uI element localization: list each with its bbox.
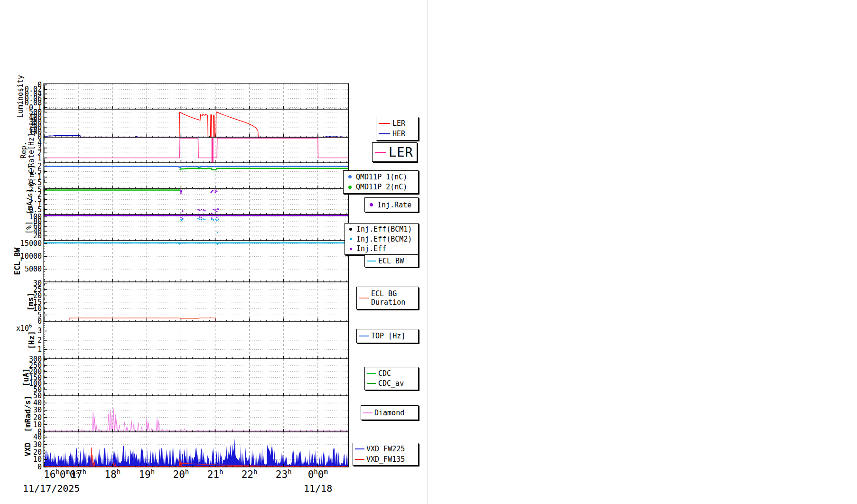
panel-injeff: 10080604020[%] xyxy=(25,213,349,241)
legend-label-line2: Duration xyxy=(371,298,405,307)
legend-big-ler: LER xyxy=(372,142,417,162)
legend-item-top: TOP [Hz] xyxy=(357,332,418,340)
top-line-swatch xyxy=(359,336,369,336)
legend-item-inj-rate: Inj.Rate xyxy=(365,201,418,209)
legend-item-cdc-av: CDC_av xyxy=(365,379,418,388)
svg-text:Rate[Hz]: Rate[Hz] xyxy=(27,133,36,167)
inj-rate-dot-marker xyxy=(370,203,373,206)
legend-item-vxd-fw225: VXD_FW225 xyxy=(353,445,418,453)
legend-label: CDC_av xyxy=(378,379,404,388)
legend-label: Inj.Eff(BCM1) xyxy=(356,225,412,233)
legend-label: QMD11P_1(nC) xyxy=(356,173,407,181)
her-line-swatch xyxy=(379,133,390,134)
svg-text:[uA]: [uA] xyxy=(21,368,30,387)
svg-text:2: 2 xyxy=(37,336,42,345)
legend-item-qmd2: QMD11P_2(nC) xyxy=(344,183,418,191)
legend-label: VXD_FW135 xyxy=(366,455,405,464)
panel-charge: 21.510.5Q[nC] xyxy=(28,162,349,188)
panel-current: 5004003002001000I[mA] xyxy=(29,108,349,141)
panel-eclbw: 15000100005000ECL_BW xyxy=(13,239,349,282)
legend-item-big-ler: LER xyxy=(373,145,417,159)
inj-eff-bcm1-dot-marker xyxy=(349,228,352,231)
legend-label: TOP [Hz] xyxy=(371,332,405,340)
svg-text:[mA/s]: [mA/s] xyxy=(26,188,34,214)
svg-text:23h: 23h xyxy=(276,468,292,480)
legend-item-her: HER xyxy=(376,130,418,138)
ler-reprate-line-swatch xyxy=(375,152,386,153)
legend-label: QMD11P_2(nC) xyxy=(356,183,407,191)
svg-text:0h0m: 0h0m xyxy=(308,468,328,480)
legend-label: LER xyxy=(392,119,405,128)
legend-label: CDC xyxy=(378,369,391,378)
svg-text:5000: 5000 xyxy=(25,265,42,273)
svg-text:VXD: VXD xyxy=(23,443,32,457)
svg-text:[ms]: [ms] xyxy=(26,292,35,311)
canvas-edge-divider xyxy=(428,0,428,504)
legend-ecl-bg: ECL BG Duration xyxy=(356,287,419,309)
svg-text:17h: 17h xyxy=(70,468,86,480)
cdc-line-swatch xyxy=(367,373,376,374)
legend-inj-eff: Inj.Eff(BCM1) Inj.Eff(BCM2) Inj.Eff xyxy=(345,223,419,255)
qmd2-dot-marker xyxy=(348,186,352,189)
svg-text:0: 0 xyxy=(37,317,42,326)
legend-label: Diamond xyxy=(374,409,404,417)
legend-item-ler: LER xyxy=(376,119,418,128)
legend-item-inj-eff-bcm2: Inj.Eff(BCM2) xyxy=(345,235,418,243)
svg-text:[mRad/s]: [mRad/s] xyxy=(23,395,32,432)
monitor-screen: 0-0.02-0.04-0.06-0.08-0.1Luminosity50040… xyxy=(0,0,857,504)
inj-eff-bcm2-dot-marker xyxy=(350,238,352,240)
svg-text:Luminosity: Luminosity xyxy=(16,75,25,118)
svg-text:1: 1 xyxy=(37,345,42,354)
vxd-fw135-line-swatch xyxy=(355,459,364,460)
svg-text:I[mA]: I[mA] xyxy=(29,112,38,134)
panel-vxd: 403020100VXD xyxy=(23,432,349,471)
inj-eff-dot-marker xyxy=(350,248,352,250)
legend-inj-rate: Inj.Rate xyxy=(364,197,419,212)
legend-qmd: QMD11P_1(nC) QMD11P_2(nC) xyxy=(343,170,419,194)
svg-text:3: 3 xyxy=(37,327,42,335)
svg-text:0: 0 xyxy=(37,463,42,471)
legend-vxd: VXD_FW225 VXD_FW135 xyxy=(353,443,419,466)
diamond-line-swatch xyxy=(363,412,373,413)
legend-cdc: CDC CDC_av xyxy=(364,367,419,390)
legend-diamond: Diamond xyxy=(361,405,419,420)
svg-text:10000: 10000 xyxy=(20,252,42,261)
svg-text:18h: 18h xyxy=(104,468,121,480)
panel-injrate: 2.521.510.5[mA/s] xyxy=(26,186,349,215)
svg-text:19h: 19h xyxy=(139,468,155,480)
cdc-av-line-swatch xyxy=(367,383,376,384)
legend-label: ECL_BW xyxy=(378,257,404,265)
legend-item-ecl-bg: ECL BG Duration xyxy=(357,289,418,307)
legend-label: LER xyxy=(389,145,413,159)
legend-ler-her: LER HER xyxy=(376,117,419,140)
panel-eclbg: 302520151050[ms] xyxy=(26,279,349,326)
ecl-bw-line-swatch xyxy=(367,261,376,261)
svg-text:21h: 21h xyxy=(207,468,224,480)
legend-label: VXD_FW225 xyxy=(366,445,405,453)
legend-item-inj-eff: Inj.Eff xyxy=(345,244,418,253)
vxd-fw225-line-swatch xyxy=(355,448,364,449)
ler-line-swatch xyxy=(379,123,390,124)
legend-item-ecl-bw: ECL_BW xyxy=(365,257,418,265)
legend-ecl-bw: ECL_BW xyxy=(364,254,419,267)
legend-label: HER xyxy=(392,130,405,138)
svg-text:20h: 20h xyxy=(173,468,189,480)
panel-reprate: 4321Rep.Rate[Hz] xyxy=(19,133,349,167)
panel-top: 321[Hz]x106 xyxy=(16,321,349,359)
legend-item-vxd-fw135: VXD_FW135 xyxy=(353,455,418,464)
svg-text:[%]: [%] xyxy=(25,221,33,234)
panel-luminosity: 0-0.02-0.04-0.06-0.08-0.1Luminosity xyxy=(16,75,349,118)
svg-text:[Hz]: [Hz] xyxy=(27,331,36,349)
svg-text:11/18: 11/18 xyxy=(304,483,332,494)
legend-item-diamond: Diamond xyxy=(361,409,418,417)
svg-text:20: 20 xyxy=(33,232,42,240)
svg-text:ECL_BW: ECL_BW xyxy=(13,247,22,275)
panel-diamond: 50403020100[mRad/s] xyxy=(23,392,349,436)
legend-label: Inj.Eff(BCM2) xyxy=(356,235,412,243)
svg-text:1: 1 xyxy=(37,154,42,162)
legend-top: TOP [Hz] xyxy=(356,329,419,343)
svg-text:Q[nC]: Q[nC] xyxy=(28,165,36,186)
svg-text:11/17/2025: 11/17/2025 xyxy=(23,483,80,494)
legend-label: Inj.Eff xyxy=(356,244,386,253)
legend-label: ECL BG xyxy=(371,289,405,298)
